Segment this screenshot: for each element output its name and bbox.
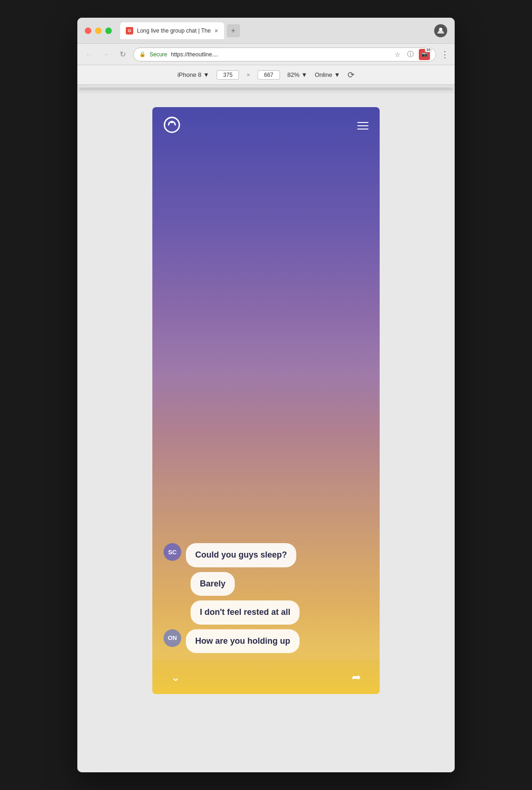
mobile-bottom-bar: ⌄ ➦ [152,661,380,694]
secure-lock-icon: 🔒 [139,51,146,57]
zoom-selector[interactable]: 82% ▼ [287,71,307,78]
device-name-label: iPhone 8 [177,71,201,78]
new-tab-button[interactable]: + [227,24,240,37]
dimension-separator: × [246,71,250,78]
hamburger-line-1 [357,122,368,123]
minimize-button[interactable] [95,27,102,34]
secure-label: Secure [150,51,167,58]
viewport-height[interactable]: 667 [258,70,280,80]
app-logo[interactable] [164,116,180,135]
table-row: Barely [164,572,368,596]
list-item: How are you holding up [186,629,300,653]
chevron-down-icon[interactable]: ⌄ [171,671,180,684]
share-icon[interactable]: ➦ [352,671,361,684]
app-header [152,107,380,144]
zoom-label: 82% [287,71,300,78]
info-icon[interactable]: ⓘ [406,50,415,59]
active-tab[interactable]: O Long live the group chat | The × [120,22,224,39]
table-row: SC Could you guys sleep? [164,543,368,567]
mobile-frame: SC Could you guys sleep? Barely [152,107,380,694]
title-bar: O Long live the group chat | The × + [77,18,455,44]
profile-icon[interactable] [434,24,447,37]
close-button[interactable] [85,27,91,34]
mobile-content: SC Could you guys sleep? Barely [152,107,380,694]
maximize-button[interactable] [105,27,112,34]
extension-icon[interactable]: 📷 10 [419,49,430,60]
url-icons: ☆ ⓘ 📷 10 [393,49,430,60]
online-selector[interactable]: Online ▼ [315,71,340,78]
bookmark-icon[interactable]: ☆ [393,50,402,59]
message-text: Barely [200,579,225,588]
address-bar: ← → ↻ 🔒 Secure https://theoutline.... ☆ … [77,44,455,65]
table-row: I don't feel rested at all [164,600,368,624]
viewport-width[interactable]: 375 [217,70,239,80]
tab-bar: O Long live the group chat | The × + [120,22,430,39]
url-text: https://theoutline.... [171,51,389,58]
tab-favicon: O [126,27,133,34]
table-row: ON How are you holding up [164,629,368,653]
device-selector[interactable]: iPhone 8 ▼ [177,71,209,78]
browser-content: SC Could you guys sleep? Barely [77,93,455,772]
tab-title: Long live the group chat | The [137,27,211,34]
svg-point-2 [171,121,173,123]
device-toolbar: iPhone 8 ▼ 375 × 667 82% ▼ Online ▼ ⟳ [77,65,455,85]
hamburger-line-2 [357,125,368,126]
online-label: Online [315,71,333,78]
list-item: I don't feel rested at all [191,600,300,624]
scrollbar-track [79,88,453,90]
message-text: Could you guys sleep? [195,550,287,559]
zoom-dropdown-icon: ▼ [301,71,307,78]
message-text: I don't feel rested at all [200,607,290,617]
tab-close-button[interactable]: × [214,27,218,34]
reload-button[interactable]: ↻ [116,48,129,61]
online-dropdown-icon: ▼ [334,71,340,78]
list-item: Barely [191,572,235,596]
list-item: Could you guys sleep? [186,543,296,567]
messages-area: SC Could you guys sleep? Barely [152,144,380,661]
browser-menu-button[interactable]: ⋮ [441,49,449,60]
url-bar[interactable]: 🔒 Secure https://theoutline.... ☆ ⓘ 📷 10 [133,48,436,61]
message-text: How are you holding up [195,636,290,646]
avatar: SC [164,543,181,561]
back-button[interactable]: ← [83,48,95,61]
svg-point-1 [164,117,179,132]
hamburger-menu-button[interactable] [357,122,368,129]
device-dropdown-icon: ▼ [203,71,209,78]
traffic-lights [85,27,112,34]
horizontal-scrollbar [77,85,455,93]
hamburger-line-3 [357,129,368,129]
rotate-button[interactable]: ⟳ [348,70,355,80]
forward-button[interactable]: → [100,48,112,61]
avatar: ON [164,629,181,647]
browser-window: O Long live the group chat | The × + ← →… [77,18,455,772]
